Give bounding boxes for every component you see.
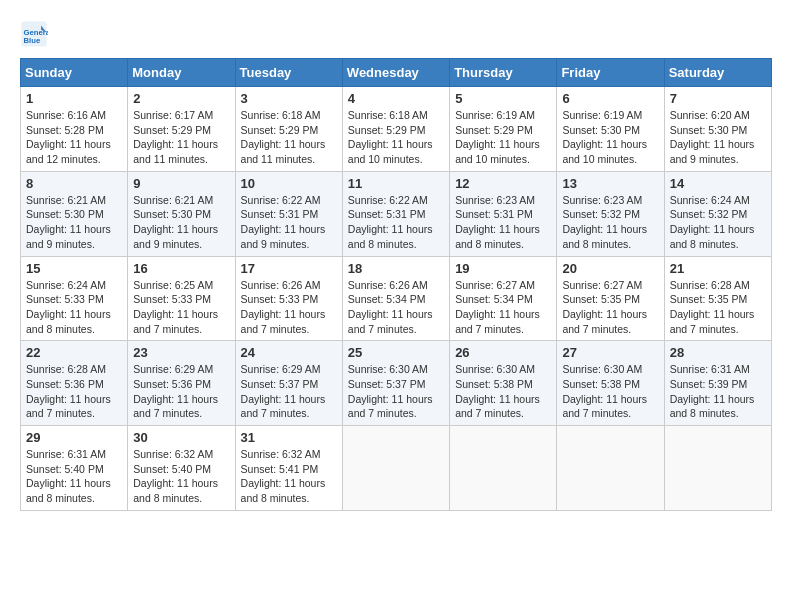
daylight-minutes: and 11 minutes. <box>241 153 316 165</box>
calendar-cell: 9Sunrise: 6:21 AMSunset: 5:30 PMDaylight… <box>128 171 235 256</box>
sunrise-label: Sunrise: 6:26 AM <box>348 279 428 291</box>
sunrise-label: Sunrise: 6:18 AM <box>241 109 321 121</box>
cell-content: Sunrise: 6:23 AMSunset: 5:31 PMDaylight:… <box>455 193 551 252</box>
daylight-minutes: and 8 minutes. <box>133 492 202 504</box>
day-number: 29 <box>26 430 122 445</box>
calendar-cell: 21Sunrise: 6:28 AMSunset: 5:35 PMDayligh… <box>664 256 771 341</box>
cell-content: Sunrise: 6:28 AMSunset: 5:35 PMDaylight:… <box>670 278 766 337</box>
sunset-label: Sunset: 5:40 PM <box>26 463 104 475</box>
daylight-label: Daylight: 11 hours <box>670 393 755 405</box>
calendar-cell: 8Sunrise: 6:21 AMSunset: 5:30 PMDaylight… <box>21 171 128 256</box>
col-header-thursday: Thursday <box>450 59 557 87</box>
daylight-label: Daylight: 11 hours <box>348 138 433 150</box>
cell-content: Sunrise: 6:31 AMSunset: 5:39 PMDaylight:… <box>670 362 766 421</box>
cell-content: Sunrise: 6:21 AMSunset: 5:30 PMDaylight:… <box>133 193 229 252</box>
sunset-label: Sunset: 5:28 PM <box>26 124 104 136</box>
cell-content: Sunrise: 6:30 AMSunset: 5:37 PMDaylight:… <box>348 362 444 421</box>
calendar-cell: 30Sunrise: 6:32 AMSunset: 5:40 PMDayligh… <box>128 426 235 511</box>
cell-content: Sunrise: 6:29 AMSunset: 5:37 PMDaylight:… <box>241 362 337 421</box>
daylight-minutes: and 10 minutes. <box>455 153 530 165</box>
day-number: 24 <box>241 345 337 360</box>
day-number: 1 <box>26 91 122 106</box>
day-number: 31 <box>241 430 337 445</box>
daylight-minutes: and 8 minutes. <box>455 238 524 250</box>
sunrise-label: Sunrise: 6:31 AM <box>670 363 750 375</box>
sunrise-label: Sunrise: 6:26 AM <box>241 279 321 291</box>
daylight-minutes: and 7 minutes. <box>133 407 202 419</box>
sunset-label: Sunset: 5:31 PM <box>241 208 319 220</box>
cell-content: Sunrise: 6:28 AMSunset: 5:36 PMDaylight:… <box>26 362 122 421</box>
cell-content: Sunrise: 6:30 AMSunset: 5:38 PMDaylight:… <box>455 362 551 421</box>
daylight-minutes: and 7 minutes. <box>562 323 631 335</box>
daylight-minutes: and 7 minutes. <box>562 407 631 419</box>
cell-content: Sunrise: 6:24 AMSunset: 5:32 PMDaylight:… <box>670 193 766 252</box>
sunset-label: Sunset: 5:32 PM <box>562 208 640 220</box>
calendar-cell: 3Sunrise: 6:18 AMSunset: 5:29 PMDaylight… <box>235 87 342 172</box>
calendar-cell: 13Sunrise: 6:23 AMSunset: 5:32 PMDayligh… <box>557 171 664 256</box>
sunset-label: Sunset: 5:40 PM <box>133 463 211 475</box>
sunrise-label: Sunrise: 6:30 AM <box>455 363 535 375</box>
day-number: 2 <box>133 91 229 106</box>
daylight-label: Daylight: 11 hours <box>241 477 326 489</box>
sunrise-label: Sunrise: 6:22 AM <box>348 194 428 206</box>
sunrise-label: Sunrise: 6:16 AM <box>26 109 106 121</box>
calendar-cell: 15Sunrise: 6:24 AMSunset: 5:33 PMDayligh… <box>21 256 128 341</box>
daylight-label: Daylight: 11 hours <box>26 477 111 489</box>
daylight-label: Daylight: 11 hours <box>455 308 540 320</box>
calendar-cell: 10Sunrise: 6:22 AMSunset: 5:31 PMDayligh… <box>235 171 342 256</box>
sunset-label: Sunset: 5:29 PM <box>348 124 426 136</box>
cell-content: Sunrise: 6:17 AMSunset: 5:29 PMDaylight:… <box>133 108 229 167</box>
sunset-label: Sunset: 5:30 PM <box>26 208 104 220</box>
sunset-label: Sunset: 5:34 PM <box>348 293 426 305</box>
day-number: 17 <box>241 261 337 276</box>
sunrise-label: Sunrise: 6:31 AM <box>26 448 106 460</box>
day-number: 15 <box>26 261 122 276</box>
sunrise-label: Sunrise: 6:24 AM <box>670 194 750 206</box>
calendar-cell: 25Sunrise: 6:30 AMSunset: 5:37 PMDayligh… <box>342 341 449 426</box>
sunset-label: Sunset: 5:36 PM <box>26 378 104 390</box>
sunset-label: Sunset: 5:38 PM <box>562 378 640 390</box>
sunset-label: Sunset: 5:34 PM <box>455 293 533 305</box>
daylight-label: Daylight: 11 hours <box>133 138 218 150</box>
daylight-minutes: and 8 minutes. <box>670 407 739 419</box>
day-number: 28 <box>670 345 766 360</box>
daylight-minutes: and 7 minutes. <box>348 407 417 419</box>
daylight-minutes: and 7 minutes. <box>670 323 739 335</box>
cell-content: Sunrise: 6:27 AMSunset: 5:35 PMDaylight:… <box>562 278 658 337</box>
sunrise-label: Sunrise: 6:19 AM <box>455 109 535 121</box>
day-number: 3 <box>241 91 337 106</box>
day-number: 10 <box>241 176 337 191</box>
sunrise-label: Sunrise: 6:25 AM <box>133 279 213 291</box>
cell-content: Sunrise: 6:26 AMSunset: 5:34 PMDaylight:… <box>348 278 444 337</box>
calendar-cell: 28Sunrise: 6:31 AMSunset: 5:39 PMDayligh… <box>664 341 771 426</box>
calendar-cell <box>664 426 771 511</box>
cell-content: Sunrise: 6:31 AMSunset: 5:40 PMDaylight:… <box>26 447 122 506</box>
col-header-friday: Friday <box>557 59 664 87</box>
daylight-label: Daylight: 11 hours <box>670 308 755 320</box>
calendar-cell <box>557 426 664 511</box>
daylight-minutes: and 10 minutes. <box>562 153 637 165</box>
sunrise-label: Sunrise: 6:28 AM <box>26 363 106 375</box>
calendar-cell: 18Sunrise: 6:26 AMSunset: 5:34 PMDayligh… <box>342 256 449 341</box>
cell-content: Sunrise: 6:18 AMSunset: 5:29 PMDaylight:… <box>348 108 444 167</box>
daylight-minutes: and 9 minutes. <box>241 238 310 250</box>
day-number: 19 <box>455 261 551 276</box>
daylight-minutes: and 8 minutes. <box>241 492 310 504</box>
cell-content: Sunrise: 6:25 AMSunset: 5:33 PMDaylight:… <box>133 278 229 337</box>
calendar-cell: 26Sunrise: 6:30 AMSunset: 5:38 PMDayligh… <box>450 341 557 426</box>
daylight-label: Daylight: 11 hours <box>670 138 755 150</box>
day-number: 8 <box>26 176 122 191</box>
daylight-label: Daylight: 11 hours <box>562 308 647 320</box>
daylight-label: Daylight: 11 hours <box>241 393 326 405</box>
daylight-minutes: and 10 minutes. <box>348 153 423 165</box>
col-header-tuesday: Tuesday <box>235 59 342 87</box>
sunset-label: Sunset: 5:39 PM <box>670 378 748 390</box>
daylight-label: Daylight: 11 hours <box>133 477 218 489</box>
day-number: 21 <box>670 261 766 276</box>
sunset-label: Sunset: 5:31 PM <box>455 208 533 220</box>
day-number: 11 <box>348 176 444 191</box>
cell-content: Sunrise: 6:18 AMSunset: 5:29 PMDaylight:… <box>241 108 337 167</box>
sunrise-label: Sunrise: 6:27 AM <box>562 279 642 291</box>
day-number: 27 <box>562 345 658 360</box>
calendar-cell: 5Sunrise: 6:19 AMSunset: 5:29 PMDaylight… <box>450 87 557 172</box>
